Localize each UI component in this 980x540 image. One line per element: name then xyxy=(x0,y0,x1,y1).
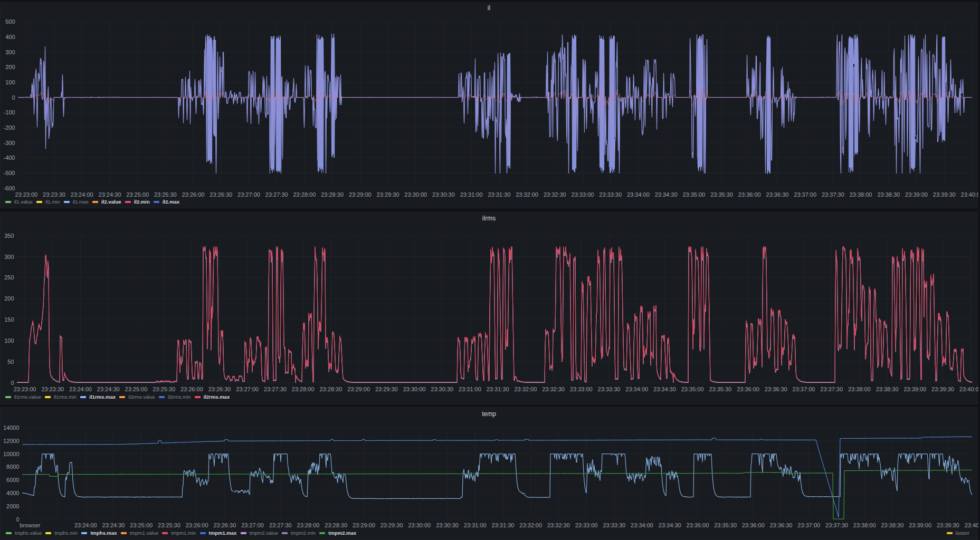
svg-text:23:30:30: 23:30:30 xyxy=(432,191,455,198)
svg-text:23:35:30: 23:35:30 xyxy=(709,386,731,392)
svg-text:23:27:00: 23:27:00 xyxy=(237,191,260,198)
svg-text:-500: -500 xyxy=(3,170,15,176)
svg-text:23:40:00: 23:40:00 xyxy=(959,386,978,392)
svg-text:0: 0 xyxy=(11,380,14,386)
svg-text:4000: 4000 xyxy=(6,490,19,496)
svg-text:100: 100 xyxy=(5,79,15,85)
svg-text:100: 100 xyxy=(4,338,14,344)
svg-text:23:24:00: 23:24:00 xyxy=(69,386,92,392)
svg-text:23:36:00: 23:36:00 xyxy=(737,386,759,392)
svg-text:23:33:30: 23:33:30 xyxy=(598,386,621,392)
svg-text:23:32:00: 23:32:00 xyxy=(514,386,537,392)
svg-text:23:35:30: 23:35:30 xyxy=(710,191,733,198)
svg-text:23:37:00: 23:37:00 xyxy=(797,522,820,528)
svg-text:23:23:30: 23:23:30 xyxy=(43,191,65,198)
svg-text:23:34:00: 23:34:00 xyxy=(631,522,653,528)
svg-text:23:34:30: 23:34:30 xyxy=(655,191,678,198)
svg-text:23:25:00: 23:25:00 xyxy=(130,522,153,528)
svg-text:23:28:30: 23:28:30 xyxy=(321,191,344,198)
svg-text:23:30:00: 23:30:00 xyxy=(408,522,431,528)
svg-text:23:27:30: 23:27:30 xyxy=(265,191,288,198)
svg-text:23:30:00: 23:30:00 xyxy=(403,386,426,392)
svg-text:200: 200 xyxy=(4,295,14,302)
svg-text:23:38:00: 23:38:00 xyxy=(848,386,871,392)
svg-text:23:33:30: 23:33:30 xyxy=(599,191,622,198)
svg-text:23:24:00: 23:24:00 xyxy=(74,522,97,528)
svg-text:23:36:30: 23:36:30 xyxy=(766,191,789,198)
svg-text:23:36:30: 23:36:30 xyxy=(770,522,793,528)
svg-text:23:35:00: 23:35:00 xyxy=(681,386,704,392)
svg-text:23:29:00: 23:29:00 xyxy=(349,191,372,198)
svg-text:300: 300 xyxy=(4,254,14,260)
svg-text:6000: 6000 xyxy=(6,477,19,483)
svg-text:23:26:30: 23:26:30 xyxy=(210,191,232,198)
svg-text:23:25:00: 23:25:00 xyxy=(125,386,148,392)
svg-text:23:33:00: 23:33:00 xyxy=(572,191,594,198)
svg-text:23:23:30: 23:23:30 xyxy=(41,386,64,392)
svg-text:300: 300 xyxy=(5,49,15,55)
svg-text:23:37:30: 23:37:30 xyxy=(825,522,848,528)
svg-text:23:37:30: 23:37:30 xyxy=(822,191,844,198)
svg-text:23:28:30: 23:28:30 xyxy=(325,522,347,528)
svg-text:350: 350 xyxy=(4,233,14,239)
svg-text:-600: -600 xyxy=(3,185,15,191)
svg-text:23:34:30: 23:34:30 xyxy=(659,522,681,528)
svg-text:23:31:00: 23:31:00 xyxy=(459,386,481,392)
svg-text:23:26:00: 23:26:00 xyxy=(182,191,205,198)
svg-text:23:25:30: 23:25:30 xyxy=(158,522,180,528)
svg-text:23:27:30: 23:27:30 xyxy=(264,386,287,392)
svg-text:23:39:30: 23:39:30 xyxy=(933,191,956,198)
svg-text:-300: -300 xyxy=(3,140,15,146)
svg-text:23:31:30: 23:31:30 xyxy=(487,386,509,392)
svg-text:23:37:00: 23:37:00 xyxy=(793,386,815,392)
svg-text:23:23:00: 23:23:00 xyxy=(14,386,36,392)
svg-text:23:29:30: 23:29:30 xyxy=(377,191,399,198)
svg-text:23:27:30: 23:27:30 xyxy=(269,522,292,528)
svg-text:23:38:30: 23:38:30 xyxy=(881,522,903,528)
svg-text:23:39:30: 23:39:30 xyxy=(931,386,954,392)
svg-text:23:39:00: 23:39:00 xyxy=(905,191,928,198)
svg-text:23:38:30: 23:38:30 xyxy=(876,386,899,392)
svg-text:23:24:30: 23:24:30 xyxy=(97,386,120,392)
svg-text:23:25:00: 23:25:00 xyxy=(126,191,149,198)
svg-text:23:26:00: 23:26:00 xyxy=(186,522,208,528)
svg-text:250: 250 xyxy=(4,274,14,281)
svg-text:12000: 12000 xyxy=(3,438,20,444)
svg-text:23:32:30: 23:32:30 xyxy=(542,386,565,392)
svg-text:23:39:30: 23:39:30 xyxy=(937,522,959,528)
svg-text:23:40:00: 23:40:00 xyxy=(965,522,978,528)
svg-text:23:33:30: 23:33:30 xyxy=(603,522,625,528)
svg-text:23:26:30: 23:26:30 xyxy=(208,386,231,392)
svg-text:23:31:30: 23:31:30 xyxy=(492,522,515,528)
svg-text:23:28:30: 23:28:30 xyxy=(319,386,342,392)
svg-text:23:36:30: 23:36:30 xyxy=(765,386,787,392)
svg-text:23:25:30: 23:25:30 xyxy=(153,386,175,392)
svg-text:23:35:00: 23:35:00 xyxy=(687,522,709,528)
svg-text:23:24:30: 23:24:30 xyxy=(102,522,125,528)
svg-text:0: 0 xyxy=(12,94,15,101)
svg-text:23:38:00: 23:38:00 xyxy=(853,522,876,528)
svg-text:-200: -200 xyxy=(3,124,15,131)
svg-text:23:36:00: 23:36:00 xyxy=(738,191,761,198)
svg-text:23:30:30: 23:30:30 xyxy=(436,522,459,528)
svg-text:50: 50 xyxy=(7,359,14,365)
svg-text:23:27:00: 23:27:00 xyxy=(241,522,264,528)
svg-text:23:29:30: 23:29:30 xyxy=(375,386,398,392)
svg-text:23:28:00: 23:28:00 xyxy=(297,522,320,528)
svg-text:23:29:30: 23:29:30 xyxy=(380,522,403,528)
svg-text:23:25:30: 23:25:30 xyxy=(154,191,177,198)
svg-text:2000: 2000 xyxy=(6,503,19,509)
svg-text:400: 400 xyxy=(5,34,15,40)
svg-text:0: 0 xyxy=(16,516,19,523)
svg-text:23:34:00: 23:34:00 xyxy=(625,386,648,392)
svg-text:23:32:00: 23:32:00 xyxy=(516,191,538,198)
svg-text:23:36:00: 23:36:00 xyxy=(742,522,765,528)
svg-text:23:38:00: 23:38:00 xyxy=(850,191,872,198)
svg-text:23:27:00: 23:27:00 xyxy=(236,386,259,392)
svg-text:23:35:00: 23:35:00 xyxy=(682,191,705,198)
svg-text:23:34:00: 23:34:00 xyxy=(627,191,650,198)
svg-text:23:39:00: 23:39:00 xyxy=(903,386,926,392)
svg-text:23:37:00: 23:37:00 xyxy=(794,191,816,198)
svg-text:23:31:00: 23:31:00 xyxy=(464,522,487,528)
svg-text:23:29:00: 23:29:00 xyxy=(353,522,375,528)
